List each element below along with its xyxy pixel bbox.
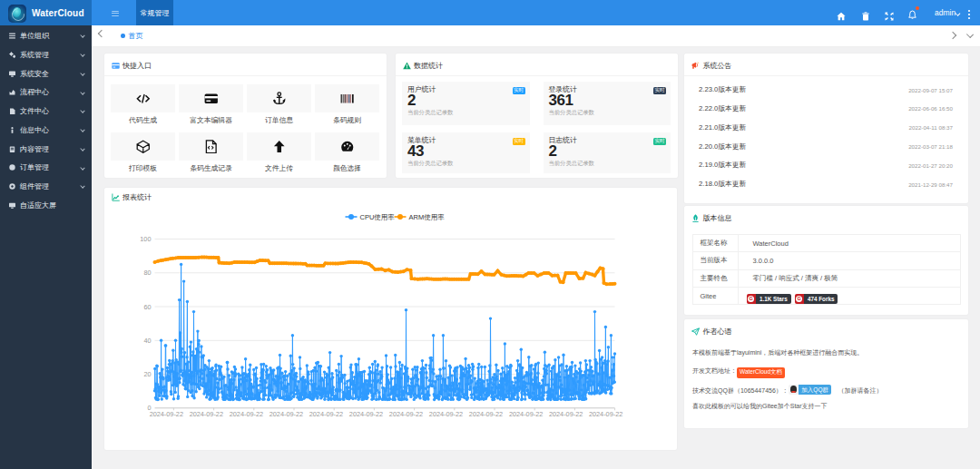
svg-text:80: 80 <box>143 269 151 277</box>
svg-text:100: 100 <box>140 235 151 243</box>
svg-text:2024-09-22: 2024-09-22 <box>468 410 502 418</box>
svg-text:2024-09-22: 2024-09-22 <box>588 410 622 418</box>
svg-text:20: 20 <box>143 370 151 378</box>
svg-text:ARM使用率: ARM使用率 <box>408 213 445 221</box>
svg-text:2024-09-22: 2024-09-22 <box>269 410 302 418</box>
svg-text:40: 40 <box>143 337 151 345</box>
svg-text:CPU使用率: CPU使用率 <box>359 213 395 221</box>
svg-text:2024-09-22: 2024-09-22 <box>309 410 342 418</box>
svg-text:2024-09-22: 2024-09-22 <box>149 410 182 418</box>
svg-text:2024-09-22: 2024-09-22 <box>428 410 462 418</box>
svg-text:2024-09-22: 2024-09-22 <box>348 410 382 418</box>
svg-text:2024-09-22: 2024-09-22 <box>229 410 262 418</box>
svg-text:2024-09-22: 2024-09-22 <box>548 410 582 418</box>
svg-text:2024-09-22: 2024-09-22 <box>508 410 542 418</box>
svg-text:2024-09-22: 2024-09-22 <box>388 410 422 418</box>
svg-text:2024-09-22: 2024-09-22 <box>189 410 222 418</box>
svg-text:60: 60 <box>143 303 151 311</box>
